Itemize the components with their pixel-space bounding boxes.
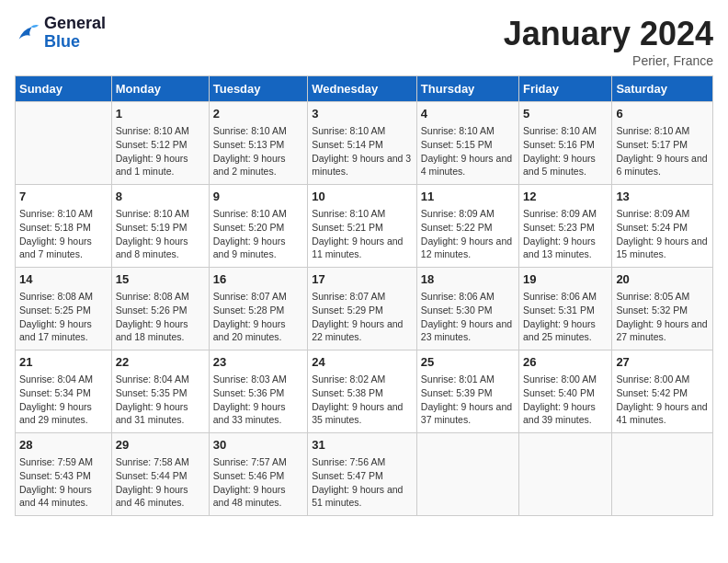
day-number: 10 (312, 189, 413, 205)
day-sunset: Sunset: 5:35 PM (116, 387, 188, 398)
calendar-cell: 8Sunrise: 8:10 AMSunset: 5:19 PMDaylight… (111, 185, 209, 268)
calendar-cell: 12Sunrise: 8:09 AMSunset: 5:23 PMDayligh… (519, 185, 612, 268)
day-sunset: Sunset: 5:31 PM (523, 304, 595, 316)
day-number: 8 (116, 189, 205, 205)
day-number: 18 (421, 271, 515, 288)
day-daylight: Daylight: 9 hours and 51 minutes. (312, 484, 403, 509)
day-daylight: Daylight: 9 hours and 29 minutes. (19, 401, 92, 426)
day-number: 14 (19, 271, 108, 288)
day-sunset: Sunset: 5:21 PM (312, 222, 383, 233)
calendar-cell: 15Sunrise: 8:08 AMSunset: 5:26 PMDayligh… (111, 268, 209, 350)
calendar-cell (519, 433, 612, 516)
day-daylight: Daylight: 9 hours and 17 minutes. (19, 318, 92, 343)
day-sunset: Sunset: 5:17 PM (616, 139, 688, 150)
calendar-cell: 23Sunrise: 8:03 AMSunset: 5:36 PMDayligh… (209, 350, 307, 433)
day-sunrise: Sunrise: 8:10 AM (116, 125, 189, 136)
calendar-cell: 29Sunrise: 7:58 AMSunset: 5:44 PMDayligh… (111, 433, 209, 516)
day-daylight: Daylight: 9 hours and 39 minutes. (523, 401, 596, 426)
day-daylight: Daylight: 9 hours and 46 minutes. (116, 484, 188, 509)
calendar-cell: 14Sunrise: 8:08 AMSunset: 5:25 PMDayligh… (16, 268, 112, 350)
day-sunset: Sunset: 5:23 PM (523, 222, 595, 233)
calendar-cell: 30Sunrise: 7:57 AMSunset: 5:46 PMDayligh… (209, 433, 307, 516)
day-sunrise: Sunrise: 8:06 AM (523, 291, 597, 302)
day-sunset: Sunset: 5:43 PM (19, 470, 91, 481)
day-sunrise: Sunrise: 8:10 AM (116, 208, 189, 219)
day-daylight: Daylight: 9 hours and 25 minutes. (523, 318, 596, 343)
day-number: 3 (312, 106, 413, 122)
day-daylight: Daylight: 9 hours and 13 minutes. (523, 236, 596, 260)
day-daylight: Daylight: 9 hours and 20 minutes. (213, 318, 286, 343)
day-daylight: Daylight: 9 hours and 1 minute. (116, 153, 188, 178)
day-number: 24 (312, 354, 413, 371)
day-sunrise: Sunrise: 8:10 AM (312, 208, 385, 219)
day-sunrise: Sunrise: 8:03 AM (213, 373, 287, 385)
calendar-week-1: 1Sunrise: 8:10 AMSunset: 5:12 PMDaylight… (16, 102, 713, 185)
day-sunset: Sunset: 5:12 PM (116, 139, 188, 150)
calendar-cell: 13Sunrise: 8:09 AMSunset: 5:24 PMDayligh… (612, 185, 713, 268)
day-number: 21 (19, 354, 108, 371)
day-daylight: Daylight: 9 hours and 33 minutes. (213, 401, 286, 426)
day-sunset: Sunset: 5:28 PM (213, 304, 285, 316)
day-sunrise: Sunrise: 8:06 AM (421, 291, 495, 302)
calendar-week-2: 7Sunrise: 8:10 AMSunset: 5:18 PMDaylight… (16, 185, 713, 268)
day-daylight: Daylight: 9 hours and 48 minutes. (213, 484, 286, 509)
calendar-table: SundayMondayTuesdayWednesdayThursdayFrid… (15, 75, 713, 516)
day-daylight: Daylight: 9 hours and 37 minutes. (421, 401, 512, 426)
day-number: 6 (616, 106, 709, 122)
day-sunset: Sunset: 5:44 PM (116, 470, 188, 481)
calendar-cell (416, 433, 518, 516)
calendar-cell: 22Sunrise: 8:04 AMSunset: 5:35 PMDayligh… (111, 350, 209, 433)
day-number: 30 (213, 437, 303, 454)
day-daylight: Daylight: 9 hours and 7 minutes. (19, 236, 92, 260)
calendar-cell: 10Sunrise: 8:10 AMSunset: 5:21 PMDayligh… (308, 185, 417, 268)
column-header-monday: Monday (111, 76, 209, 102)
day-daylight: Daylight: 9 hours and 23 minutes. (421, 318, 512, 343)
column-header-sunday: Sunday (16, 76, 112, 102)
calendar-week-3: 14Sunrise: 8:08 AMSunset: 5:25 PMDayligh… (16, 268, 713, 350)
day-sunrise: Sunrise: 7:58 AM (116, 456, 189, 467)
calendar-cell: 5Sunrise: 8:10 AMSunset: 5:16 PMDaylight… (519, 102, 612, 185)
calendar-cell: 1Sunrise: 8:10 AMSunset: 5:12 PMDaylight… (111, 102, 209, 185)
calendar-cell: 19Sunrise: 8:06 AMSunset: 5:31 PMDayligh… (519, 268, 612, 350)
day-number: 23 (213, 354, 303, 371)
day-number: 29 (116, 437, 205, 454)
day-sunset: Sunset: 5:14 PM (312, 139, 383, 150)
day-sunrise: Sunrise: 8:10 AM (213, 125, 287, 136)
day-sunset: Sunset: 5:42 PM (616, 387, 688, 398)
day-sunset: Sunset: 5:19 PM (116, 222, 188, 233)
day-sunset: Sunset: 5:24 PM (616, 222, 688, 233)
calendar-cell: 9Sunrise: 8:10 AMSunset: 5:20 PMDaylight… (209, 185, 307, 268)
calendar-cell: 28Sunrise: 7:59 AMSunset: 5:43 PMDayligh… (16, 433, 112, 516)
calendar-cell: 11Sunrise: 8:09 AMSunset: 5:22 PMDayligh… (416, 185, 518, 268)
column-header-friday: Friday (519, 76, 612, 102)
calendar-cell: 17Sunrise: 8:07 AMSunset: 5:29 PMDayligh… (308, 268, 417, 350)
day-sunset: Sunset: 5:26 PM (116, 304, 188, 316)
day-number: 13 (616, 189, 709, 205)
day-sunrise: Sunrise: 8:10 AM (312, 125, 385, 136)
day-daylight: Daylight: 9 hours and 15 minutes. (616, 236, 707, 260)
day-sunset: Sunset: 5:47 PM (312, 470, 383, 481)
day-sunset: Sunset: 5:13 PM (213, 139, 285, 150)
day-sunrise: Sunrise: 8:00 AM (616, 373, 689, 385)
calendar-cell: 4Sunrise: 8:10 AMSunset: 5:15 PMDaylight… (416, 102, 518, 185)
day-daylight: Daylight: 9 hours and 31 minutes. (116, 401, 188, 426)
day-sunrise: Sunrise: 8:08 AM (19, 291, 93, 302)
calendar-cell: 26Sunrise: 8:00 AMSunset: 5:40 PMDayligh… (519, 350, 612, 433)
day-number: 5 (523, 106, 608, 122)
day-daylight: Daylight: 9 hours and 4 minutes. (421, 153, 512, 178)
day-number: 27 (616, 354, 709, 371)
column-header-wednesday: Wednesday (308, 76, 417, 102)
day-number: 15 (116, 271, 205, 288)
day-daylight: Daylight: 9 hours and 22 minutes. (312, 318, 403, 343)
day-sunset: Sunset: 5:38 PM (312, 387, 383, 398)
day-sunset: Sunset: 5:29 PM (312, 304, 383, 316)
logo-text-line1: General (44, 15, 106, 33)
calendar-cell: 16Sunrise: 8:07 AMSunset: 5:28 PMDayligh… (209, 268, 307, 350)
day-sunset: Sunset: 5:46 PM (213, 470, 285, 481)
day-number: 31 (312, 437, 413, 454)
subtitle: Perier, France (504, 53, 713, 68)
day-sunrise: Sunrise: 8:09 AM (616, 208, 689, 219)
day-sunrise: Sunrise: 8:08 AM (116, 291, 189, 302)
page-header: General Blue January 2024 Perier, France (15, 15, 713, 68)
logo-text-line2: Blue (44, 33, 106, 52)
